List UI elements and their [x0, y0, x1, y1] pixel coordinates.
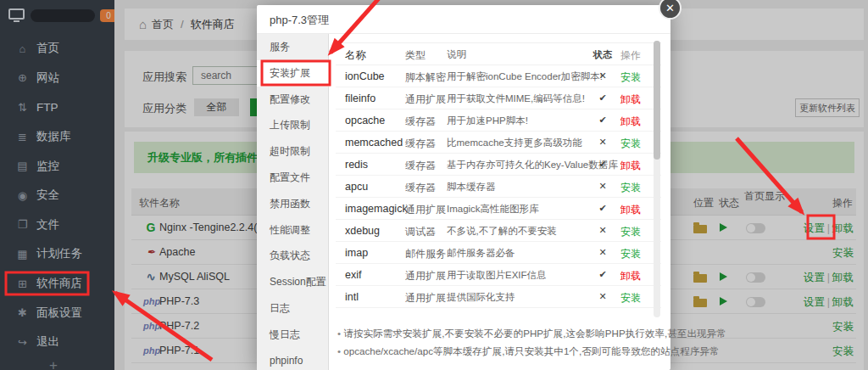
tab-session-config[interactable]: Session配置: [257, 269, 328, 295]
not-installed-icon: ✕: [593, 225, 613, 236]
ext-row-xdebug: xdebug 调试器 不多说,不了解的不要安装 ✕ 安装: [336, 220, 661, 242]
install-ext-link[interactable]: 安装: [620, 247, 641, 261]
uninstall-ext-link[interactable]: 卸载: [620, 115, 641, 129]
php-manage-modal: php-7.3管理 服务 安装扩展 配置修改 上传限制 超时限制 配置文件 禁用…: [257, 5, 670, 370]
tab-timeout-limit[interactable]: 超时限制: [257, 138, 328, 165]
tab-config-file[interactable]: 配置文件: [257, 165, 328, 191]
uninstall-ext-link[interactable]: 卸载: [620, 203, 641, 217]
ext-row-fileinfo: fileinfo 通用扩展 用于获取文件MIME,编码等信息! ✔ 卸载: [336, 87, 661, 109]
uninstall-ext-link[interactable]: 卸载: [620, 92, 641, 107]
install-ext-link[interactable]: 安装: [620, 181, 641, 195]
col-ext-status: 状态: [593, 48, 613, 61]
ext-row-apcu: apcu 缓存器 脚本缓存器 ✕ 安装: [336, 176, 661, 198]
not-installed-icon: ✕: [593, 137, 613, 148]
install-ext-link[interactable]: 安装: [620, 70, 641, 85]
install-ext-link[interactable]: 安装: [620, 137, 641, 151]
tab-load-status[interactable]: 负载状态: [257, 243, 328, 269]
install-ext-link[interactable]: 安装: [620, 225, 641, 239]
ext-note-2: opcache/xcache/apc等脚本缓存扩展,请只安装其中1个,否则可能导…: [337, 345, 720, 358]
ext-row-opcache: opcache 缓存器 用于加速PHP脚本! ✔ 卸载: [336, 109, 661, 132]
not-installed-icon: ✕: [593, 181, 613, 192]
not-installed-icon: ✕: [593, 247, 613, 258]
ext-row-memcached: memcached 缓存器 比memcache支持更多高级功能 ✕ 安装: [336, 132, 661, 154]
install-ext-link[interactable]: 安装: [620, 291, 641, 306]
uninstall-ext-link[interactable]: 卸载: [620, 269, 641, 283]
ext-row-imap: imap 邮件服务 邮件服务器必备 ✕ 安装: [336, 242, 661, 264]
ext-row-imagemagick: imagemagick 通用扩展 Imagick高性能图形库 ✔ 卸载: [336, 198, 661, 220]
tab-slow-log[interactable]: 慢日志: [257, 322, 328, 348]
ext-row-exif: exif 通用扩展 用于读取图片EXIF信息 ✔ 卸载: [336, 264, 661, 286]
tab-disabled-functions[interactable]: 禁用函数: [257, 191, 328, 217]
tab-performance[interactable]: 性能调整: [257, 217, 328, 244]
tab-phpinfo[interactable]: phpinfo: [257, 348, 328, 370]
col-ext-action: 操作: [620, 48, 641, 63]
installed-icon: ✔: [593, 115, 613, 126]
tab-upload-limit[interactable]: 上传限制: [257, 112, 328, 138]
not-installed-icon: ✕: [593, 291, 613, 302]
installed-icon: ✔: [593, 203, 613, 214]
ext-row-ioncube: ionCube 脚本解密 用于解密ionCube Encoder加密脚本! ✕ …: [336, 65, 661, 87]
col-ext-desc: 说明: [447, 48, 466, 61]
ext-row-intl: intl 通用扩展 提供国际化支持 ✕ 安装: [336, 286, 661, 308]
extension-table-header: 名称 类型 说明 状态 操作: [336, 42, 661, 65]
app-window: 0 ⌂ 首页 ⊕ 网站 ⇅ FTP ≣ 数据库 ▤ 监控: [0, 0, 868, 370]
ext-note-1: 请按实际需求安装扩展,不要安装不必要的PHP扩展,这会影响PHP执行效率,甚至出…: [337, 328, 726, 340]
installed-icon: ✔: [593, 159, 613, 170]
col-ext-type: 类型: [405, 48, 426, 63]
ext-row-redis: redis 缓存器 基于内存亦可持久化的Key-Value数据库 ✔ 卸载: [336, 154, 661, 176]
col-ext-name: 名称: [345, 48, 366, 63]
modal-scrollbar-thumb[interactable]: [654, 41, 660, 160]
modal-header: php-7.3管理: [257, 5, 670, 34]
extension-table: 名称 类型 说明 状态 操作 ionCube 脚本解密 用于解密ionCube …: [336, 42, 661, 308]
modal-title: php-7.3管理: [270, 13, 329, 28]
installed-icon: ✔: [593, 92, 613, 104]
uninstall-ext-link[interactable]: 卸载: [620, 159, 641, 173]
tab-config-edit[interactable]: 配置修改: [257, 87, 328, 113]
tab-install-extensions[interactable]: 安装扩展: [257, 60, 330, 87]
modal-tab-list: 服务 安装扩展 配置修改 上传限制 超时限制 配置文件 禁用函数 性能调整 负载…: [257, 34, 329, 370]
tab-log[interactable]: 日志: [257, 295, 328, 322]
installed-icon: ✔: [593, 269, 613, 280]
not-installed-icon: ✕: [593, 70, 613, 81]
tab-service[interactable]: 服务: [257, 34, 328, 60]
